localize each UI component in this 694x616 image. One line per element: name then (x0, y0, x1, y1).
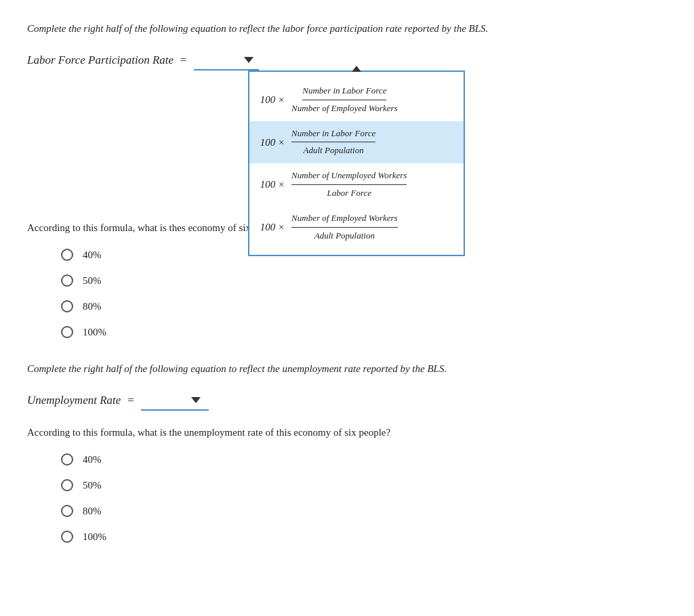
ur-radio-label-80: 80% (83, 503, 102, 519)
option1-numerator: Number in Labor Force (302, 84, 386, 100)
lfpr-radio-100[interactable]: 100% (61, 324, 667, 340)
ur-radio-circle-50[interactable] (61, 479, 73, 491)
option3-numerator: Number of Unemployed Workers (291, 169, 407, 185)
option2-fraction: Number in Labor Force Adult Population (291, 127, 375, 159)
lfpr-radio-label-100: 100% (83, 324, 106, 340)
equals-sign-1: = (180, 51, 187, 69)
ur-radio-circle-80[interactable] (61, 505, 73, 517)
according-text-2: According to this formula, what is the u… (27, 424, 390, 440)
option4-numerator: Number of Employed Workers (291, 211, 398, 228)
option1-fraction: Number in Labor Force Number of Employed… (291, 84, 398, 116)
ur-radio-50[interactable]: 50% (61, 477, 667, 493)
lfpr-radio-80[interactable]: 80% (61, 298, 667, 314)
equals-sign-2: = (127, 391, 134, 409)
option2-numerator: Number in Labor Force (291, 127, 375, 143)
ur-radio-80[interactable]: 80% (61, 503, 667, 519)
option3-multiplier: 100 × (260, 176, 285, 192)
option3-denominator: Labor Force (327, 185, 371, 201)
option2-multiplier: 100 × (260, 134, 285, 150)
lfpr-dropdown-popup: 100 × Number in Labor Force Number of Em… (248, 70, 465, 256)
option2-denominator: Adult Population (304, 142, 364, 158)
instruction-2: Complete the right half of the following… (27, 361, 667, 377)
option3-fraction: Number of Unemployed Workers Labor Force (291, 169, 407, 201)
lfpr-radio-label-40: 40% (83, 247, 102, 263)
option4-fraction: Number of Employed Workers Adult Populat… (291, 211, 398, 243)
lfpr-dropdown[interactable] (194, 50, 259, 70)
lfpr-option-4[interactable]: 100 × Number of Employed Workers Adult P… (249, 206, 464, 249)
option4-denominator: Adult Population (314, 228, 375, 243)
ur-dropdown[interactable] (141, 390, 209, 411)
lfpr-radio-circle-80[interactable] (61, 300, 73, 312)
lfpr-option-1[interactable]: 100 × Number in Labor Force Number of Em… (249, 79, 464, 121)
lfpr-radio-circle-40[interactable] (61, 249, 73, 261)
ur-radio-label-40: 40% (83, 451, 102, 468)
ur-radio-label-50: 50% (83, 477, 102, 493)
lfpr-radio-label-80: 80% (83, 298, 102, 314)
option1-denominator: Number of Employed Workers (291, 100, 398, 116)
dropdown-arrow-icon (244, 57, 253, 63)
ur-dropdown-arrow-icon (191, 397, 201, 403)
lfpr-radio-circle-100[interactable] (61, 326, 73, 338)
lfpr-radio-label-50: 50% (83, 272, 102, 289)
option4-multiplier: 100 × (260, 219, 285, 235)
ur-radio-40[interactable]: 40% (61, 451, 667, 468)
ur-radio-group: 40% 50% 80% 100% (61, 451, 667, 545)
lfpr-option-2[interactable]: 100 × Number in Labor Force Adult Popula… (249, 121, 464, 164)
lfpr-radio-circle-50[interactable] (61, 274, 73, 287)
ur-radio-label-100: 100% (83, 529, 106, 545)
instruction-1: Complete the right half of the following… (27, 20, 667, 37)
ur-radio-circle-40[interactable] (61, 453, 73, 466)
ur-radio-circle-100[interactable] (61, 531, 73, 543)
equation-label-1: Labor Force Participation Rate (27, 51, 174, 69)
popup-up-arrow-icon (352, 66, 361, 72)
equation-label-2: Unemployment Rate (27, 391, 121, 409)
dropdown-selected-text (199, 52, 240, 68)
lfpr-radio-50[interactable]: 50% (61, 272, 667, 289)
lfpr-radio-group: 40% 50% 80% 100% (61, 247, 667, 340)
lfpr-option-3[interactable]: 100 × Number of Unemployed Workers Labor… (249, 163, 464, 206)
ur-radio-100[interactable]: 100% (61, 529, 667, 545)
according-text-before-1: According to this formula, what is the (27, 220, 182, 236)
ur-dropdown-selected-text (146, 392, 187, 408)
option1-multiplier: 100 × (260, 91, 285, 108)
